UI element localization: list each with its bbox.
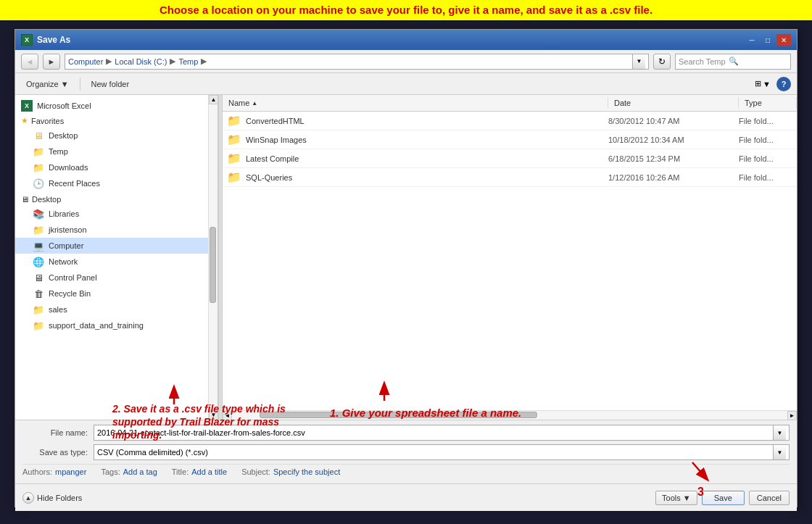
h-scroll-left[interactable]: ◄ (223, 411, 232, 420)
addr-temp[interactable]: Temp (178, 57, 198, 66)
sidebar-item-computer[interactable]: 💻 Computer (15, 238, 218, 254)
sidebar-item-recycle-bin[interactable]: 🗑 Recycle Bin (15, 286, 218, 301)
title-bar-left: X Save As (21, 34, 70, 46)
sidebar-scroll-down[interactable]: ▼ (209, 410, 218, 420)
title-value[interactable]: Add a title (191, 467, 227, 476)
address-bar[interactable]: Computer ▶ Local Disk (C:) ▶ Temp ▶ ▼ (65, 54, 649, 70)
tools-label: Tools (662, 494, 681, 502)
addr-computer[interactable]: Computer (68, 57, 103, 66)
file-list-header: Name ▲ Date Type (223, 95, 797, 112)
toolbar: Organize ▼ New folder ⊞ ▼ ? (15, 73, 797, 95)
sidebar-scroll-thumb (210, 227, 216, 304)
sidebar-item-desktop-fav[interactable]: 🖥 Desktop (15, 128, 218, 144)
col-name-label: Name (228, 99, 249, 107)
network-icon: 🌐 (33, 256, 44, 267)
file-name-field[interactable] (97, 428, 770, 437)
favorites-section: ★ Favorites 🖥 Desktop 📁 Temp 📁 Downloads… (15, 114, 218, 191)
sidebar-item-downloads[interactable]: 📁 Downloads (15, 159, 218, 175)
organize-button[interactable]: Organize ▼ (21, 78, 74, 91)
authors-label: Authors: (22, 467, 52, 476)
file-rows: 📁 ConvertedHTML 8/30/2012 10:47 AM File … (223, 112, 797, 410)
addr-sep-2: ▶ (170, 57, 175, 66)
file-row-1[interactable]: 📁 WinSnap Images 10/18/2012 10:34 AM Fil… (223, 130, 797, 149)
excel-sidebar-icon: X (21, 100, 33, 112)
sidebar-item-recent-places[interactable]: 🕒 Recent Places (15, 175, 218, 191)
sidebar-item-network[interactable]: 🌐 Network (15, 254, 218, 270)
file-type-3: File fold... (739, 173, 797, 182)
sales-icon: 📁 (33, 304, 44, 315)
sidebar-item-libraries[interactable]: 📚 Libraries (15, 206, 218, 222)
file-name-input[interactable]: ▼ (94, 425, 790, 441)
h-scroll-thumb (260, 412, 537, 418)
col-header-type[interactable]: Type (739, 97, 797, 109)
recent-places-icon: 🕒 (33, 178, 44, 189)
file-row-3[interactable]: 📁 SQL-Queries 1/12/2016 10:26 AM File fo… (223, 168, 797, 187)
addr-local-disk[interactable]: Local Disk (C:) (115, 57, 167, 66)
close-button[interactable]: ✕ (776, 34, 791, 46)
file-icon-0: 📁 (223, 114, 246, 128)
tools-button[interactable]: Tools ▼ (655, 491, 697, 505)
favorites-label: Favorites (31, 117, 64, 125)
sidebar-scrollbar[interactable]: ▲ ▼ (208, 95, 218, 420)
file-type-0: File fold... (739, 117, 797, 125)
col-date-label: Date (614, 99, 631, 107)
file-name-dropdown[interactable]: ▼ (773, 425, 786, 440)
col-header-date[interactable]: Date (608, 97, 739, 109)
sidebar-item-jkristenson[interactable]: 📁 jkristenson (15, 222, 218, 238)
cancel-button[interactable]: Cancel (749, 491, 790, 505)
file-h-scrollbar[interactable]: ◄ ► (223, 410, 797, 420)
file-row-2[interactable]: 📁 Latest Compile 6/18/2015 12:34 PM File… (223, 149, 797, 168)
file-icon-3: 📁 (223, 170, 246, 184)
new-folder-button[interactable]: New folder (86, 78, 135, 91)
title-label: Title: (172, 467, 188, 476)
recycle-bin-label: Recycle Bin (49, 289, 91, 298)
file-type-2: File fold... (739, 154, 797, 163)
file-row-0[interactable]: 📁 ConvertedHTML 8/30/2012 10:47 AM File … (223, 112, 797, 130)
h-scroll-right[interactable]: ► (787, 411, 797, 420)
sidebar-scroll-up[interactable]: ▲ (209, 95, 218, 104)
favorites-header[interactable]: ★ Favorites (15, 114, 218, 128)
jkristenson-icon: 📁 (33, 224, 44, 236)
save-type-select[interactable]: CSV (Comma delimited) (*.csv) ▼ (94, 444, 790, 460)
tools-arrow: ▼ (683, 494, 691, 502)
support-label: support_data_and_training (49, 321, 144, 330)
sidebar-item-temp[interactable]: 📁 Temp (15, 144, 218, 159)
hide-folders-label: Hide Folders (37, 494, 82, 502)
organize-label: Organize (26, 80, 59, 88)
save-button[interactable]: Save (702, 491, 745, 505)
sidebar-item-sales[interactable]: 📁 sales (15, 301, 218, 317)
libraries-icon: 📚 (33, 208, 44, 220)
address-dropdown[interactable]: ▼ (632, 54, 645, 69)
hide-folders-button[interactable]: ▲ Hide Folders (22, 492, 82, 504)
desktop-header[interactable]: 🖥 Desktop (15, 193, 218, 206)
save-type-value: CSV (Comma delimited) (*.csv) (97, 448, 773, 457)
maximize-button[interactable]: □ (761, 34, 775, 46)
tags-value[interactable]: Add a tag (123, 467, 157, 476)
col-name-sort: ▲ (252, 100, 257, 107)
save-type-dropdown[interactable]: ▼ (773, 445, 786, 459)
back-button[interactable]: ◄ (21, 54, 38, 70)
refresh-button[interactable]: ↻ (653, 54, 671, 70)
new-folder-label: New folder (91, 80, 130, 88)
recent-places-label: Recent Places (49, 179, 100, 188)
footer-bar: ▲ Hide Folders Tools ▼ Save Cancel (15, 483, 797, 511)
sidebar-item-support[interactable]: 📁 support_data_and_training (15, 317, 218, 333)
sidebar-item-excel[interactable]: X Microsoft Excel (15, 98, 218, 114)
sidebar-item-control-panel[interactable]: 🖥 Control Panel (15, 270, 218, 286)
subject-item: Subject: Specify the subject (241, 467, 340, 476)
subject-value[interactable]: Specify the subject (273, 467, 340, 476)
dialog-title-bar: X Save As ─ □ ✕ (15, 30, 797, 50)
search-box[interactable]: Search Temp 🔍 (675, 54, 791, 70)
addr-sep-3: ▶ (201, 57, 207, 66)
view-button[interactable]: ⊞ ▼ (755, 79, 771, 88)
file-name-0: ConvertedHTML (246, 117, 608, 125)
dialog-title: Save As (37, 35, 70, 45)
authors-value[interactable]: mpanger (55, 467, 86, 476)
help-button[interactable]: ? (776, 77, 791, 91)
navigation-bar: ◄ ► Computer ▶ Local Disk (C:) ▶ Temp ▶ … (15, 50, 797, 73)
col-header-name[interactable]: Name ▲ (223, 97, 608, 109)
support-icon: 📁 (33, 320, 44, 331)
minimize-button[interactable]: ─ (745, 34, 759, 46)
forward-button[interactable]: ► (43, 54, 60, 70)
save-as-dialog: X Save As ─ □ ✕ ◄ ► Computer ▶ Local Dis… (14, 29, 798, 507)
